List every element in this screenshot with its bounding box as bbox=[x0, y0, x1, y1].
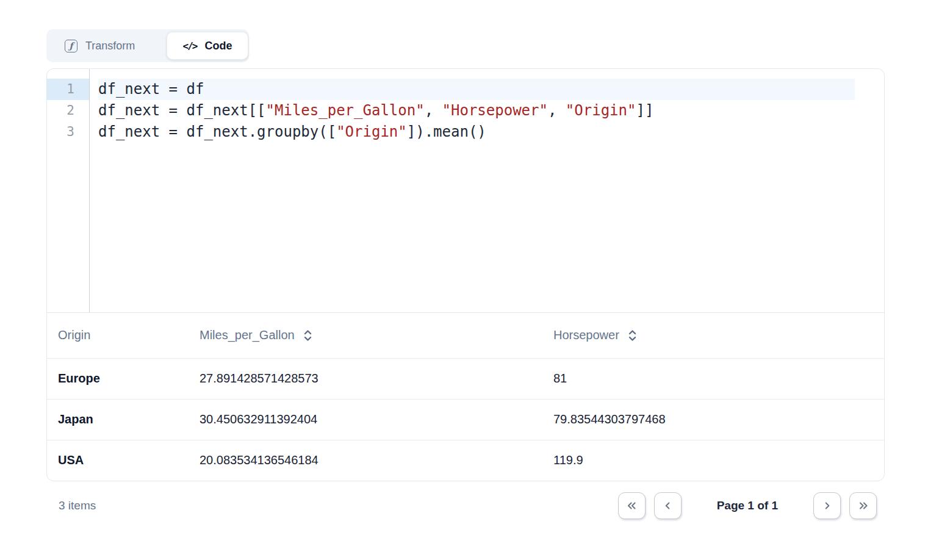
table-header-row: Origin Miles_per_Gallon bbox=[47, 313, 884, 358]
table-row: Europe 27.891428571428573 81 bbox=[47, 358, 884, 399]
code-editor[interactable]: 1 2 3 df_next = df df_next = df_next[["M… bbox=[47, 69, 884, 313]
cell-origin: Japan bbox=[47, 399, 189, 440]
cell-origin: USA bbox=[47, 440, 189, 481]
column-header-horsepower: Horsepower bbox=[542, 313, 884, 358]
cell-origin: Europe bbox=[47, 358, 189, 399]
table-row: USA 20.083534136546184 119.9 bbox=[47, 440, 884, 481]
code-line-1[interactable]: df_next = df bbox=[98, 79, 855, 100]
dataframe-transform-widget: ƒ Transform </> Code 1 2 3 df_next = df … bbox=[46, 29, 885, 522]
main-panel: 1 2 3 df_next = df df_next = df_next[["M… bbox=[46, 68, 885, 481]
first-page-button[interactable] bbox=[618, 492, 646, 519]
tab-transform[interactable]: ƒ Transform bbox=[46, 40, 135, 52]
cell-horsepower: 79.83544303797468 bbox=[542, 399, 884, 440]
sort-icon[interactable] bbox=[628, 329, 637, 342]
result-table: Origin Miles_per_Gallon bbox=[47, 313, 884, 481]
column-header-origin: Origin bbox=[47, 313, 189, 358]
items-count: 3 items bbox=[59, 499, 96, 512]
view-tabbar: ƒ Transform </> Code bbox=[46, 29, 249, 62]
table-row: Japan 30.450632911392404 79.835443037974… bbox=[47, 399, 884, 440]
line-number: 2 bbox=[47, 100, 89, 121]
table-footer: 3 items Page 1 of 1 bbox=[46, 490, 885, 522]
next-page-button[interactable] bbox=[813, 492, 841, 519]
sort-icon[interactable] bbox=[303, 329, 312, 342]
code-icon: </> bbox=[183, 40, 197, 52]
line-number: 3 bbox=[47, 121, 89, 143]
line-number-gutter: 1 2 3 bbox=[47, 69, 90, 312]
chevrons-left-icon bbox=[625, 499, 638, 512]
tab-code[interactable]: </> Code bbox=[167, 32, 248, 60]
function-icon: ƒ bbox=[65, 40, 77, 52]
chevron-right-icon bbox=[821, 499, 834, 512]
tab-transform-label: Transform bbox=[85, 40, 135, 52]
chevron-left-icon bbox=[661, 499, 674, 512]
code-content[interactable]: df_next = df df_next = df_next[["Miles_p… bbox=[90, 69, 884, 312]
cell-miles-per-gallon: 27.891428571428573 bbox=[189, 358, 542, 399]
chevrons-right-icon bbox=[857, 499, 870, 512]
tab-code-label: Code bbox=[204, 40, 232, 52]
page-indicator: Page 1 of 1 bbox=[717, 499, 778, 512]
column-header-miles-per-gallon: Miles_per_Gallon bbox=[189, 313, 542, 358]
pagination: Page 1 of 1 bbox=[618, 492, 877, 519]
code-line-3[interactable]: df_next = df_next.groupby(["Origin"]).me… bbox=[98, 121, 855, 143]
cell-miles-per-gallon: 20.083534136546184 bbox=[189, 440, 542, 481]
cell-horsepower: 81 bbox=[542, 358, 884, 399]
last-page-button[interactable] bbox=[849, 492, 877, 519]
cell-miles-per-gallon: 30.450632911392404 bbox=[189, 399, 542, 440]
line-number: 1 bbox=[47, 79, 89, 100]
cell-horsepower: 119.9 bbox=[542, 440, 884, 481]
prev-page-button[interactable] bbox=[654, 492, 682, 519]
code-line-2[interactable]: df_next = df_next[["Miles_per_Gallon", "… bbox=[98, 100, 855, 121]
